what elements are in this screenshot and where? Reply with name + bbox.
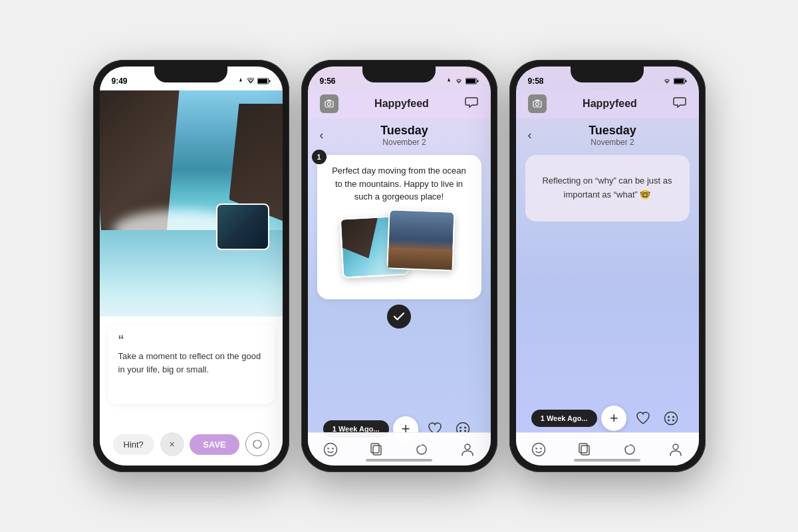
- quote-text-1: Take a moment to reflect on the good in …: [118, 350, 264, 376]
- svg-point-33: [540, 448, 541, 449]
- notch-1: [154, 66, 227, 82]
- svg-point-30: [672, 420, 674, 422]
- bottom-toolbar-3: 1 Week Ago... +: [516, 406, 699, 431]
- app-icon-2[interactable]: [320, 94, 338, 113]
- spiral-tab-icon-2: [415, 443, 428, 456]
- phone-2: 9:56 Happ: [301, 60, 497, 472]
- tab-person-2[interactable]: [453, 435, 482, 464]
- status-icons-3: [663, 78, 687, 84]
- entry-card-2: 1 Perfect day moving from the ocean to t…: [317, 155, 481, 299]
- wifi-icon-3: [663, 78, 671, 84]
- phone-3-inner: 9:58 Happyfeed: [516, 66, 699, 466]
- message-icon-2: [465, 96, 478, 108]
- status-icons-2: [446, 78, 479, 84]
- svg-point-28: [672, 416, 674, 418]
- bottom-actions-1: Hint? × SAVE: [100, 423, 283, 466]
- wifi-icon-1: [247, 78, 255, 84]
- svg-point-32: [535, 448, 537, 449]
- app-header-3: Happyfeed: [516, 90, 699, 118]
- quote-mark: “: [118, 334, 264, 346]
- add-button-3[interactable]: +: [601, 406, 626, 431]
- battery-icon-1: [257, 78, 271, 84]
- spiral-icon: [252, 439, 263, 450]
- check-button-2[interactable]: [387, 305, 411, 329]
- person-tab-icon-3: [669, 442, 682, 457]
- cancel-button-1[interactable]: ×: [160, 432, 184, 456]
- wifi-icon-2: [455, 78, 463, 84]
- save-button[interactable]: SAVE: [190, 434, 239, 455]
- svg-point-36: [673, 444, 678, 450]
- photo-overlay: [216, 203, 269, 250]
- status-time-3: 9:58: [528, 76, 544, 86]
- day-date-3: November 2: [539, 138, 687, 147]
- message-icon-3: [673, 96, 686, 108]
- svg-rect-25: [535, 100, 539, 101]
- entry-badge-2: 1: [312, 150, 327, 164]
- ocean-scene: [100, 90, 283, 317]
- hint-button[interactable]: Hint?: [113, 434, 154, 455]
- phone-3: 9:58 Happyfeed: [509, 60, 706, 472]
- svg-point-11: [464, 427, 466, 429]
- notch-3: [571, 66, 644, 82]
- day-name-3: Tuesday: [539, 124, 687, 138]
- svg-point-19: [465, 444, 470, 450]
- back-button-2[interactable]: ‹: [320, 128, 324, 142]
- battery-icon-2: [466, 78, 479, 84]
- svg-rect-5: [466, 79, 475, 83]
- home-indicator-2: [366, 459, 432, 462]
- svg-point-24: [535, 102, 539, 106]
- back-button-3[interactable]: ‹: [528, 128, 532, 142]
- smiley-button-3[interactable]: [659, 406, 683, 430]
- svg-rect-2: [258, 79, 267, 83]
- svg-point-10: [460, 427, 462, 429]
- quote-card-3: Reflecting on “why” can be just as impor…: [525, 155, 690, 221]
- tab-person-3[interactable]: [661, 435, 690, 464]
- svg-rect-8: [327, 100, 331, 101]
- heart-icon-3: [636, 412, 650, 425]
- photo-mountain[interactable]: [386, 209, 455, 271]
- quote-card-1: “ Take a moment to reflect on the good i…: [108, 325, 275, 404]
- svg-rect-21: [685, 80, 686, 82]
- time-ago-button-3[interactable]: 1 Week Ago...: [531, 410, 597, 427]
- svg-rect-22: [674, 79, 684, 83]
- day-date-2: November 2: [331, 138, 479, 147]
- checkmark-icon: [394, 313, 404, 321]
- day-name-2: Tuesday: [331, 124, 479, 138]
- copy-tab-icon-3: [578, 442, 591, 457]
- svg-rect-34: [581, 446, 589, 455]
- copy-tab-icon-2: [370, 442, 383, 457]
- svg-point-14: [324, 443, 336, 456]
- app-icon-3[interactable]: [528, 94, 547, 113]
- status-time-1: 9:49: [112, 76, 128, 86]
- location-icon-1: [237, 78, 244, 84]
- svg-point-16: [332, 448, 333, 449]
- notch-2: [362, 66, 436, 82]
- chat-icon-3[interactable]: [673, 96, 686, 112]
- svg-rect-17: [373, 446, 381, 455]
- app-title-2: Happyfeed: [374, 98, 429, 110]
- svg-point-31: [532, 443, 545, 456]
- spiral-button[interactable]: [245, 432, 269, 456]
- camera-icon-3: [533, 99, 542, 108]
- entry-photos-2: [328, 210, 471, 290]
- day-title-block-2: Tuesday November 2: [331, 124, 479, 147]
- phones-container: 9:49 “: [80, 47, 719, 485]
- person-tab-icon-2: [461, 442, 474, 457]
- phone2-background: 9:56 Happ: [308, 66, 491, 466]
- battery-icon-3: [674, 78, 687, 84]
- chat-icon-2[interactable]: [465, 96, 478, 112]
- app-header-2: Happyfeed: [308, 90, 491, 118]
- tab-emoji-2[interactable]: [316, 435, 345, 464]
- status-time-2: 9:56: [320, 76, 336, 86]
- svg-point-26: [665, 412, 678, 425]
- svg-rect-6: [325, 101, 333, 107]
- svg-rect-4: [477, 80, 478, 82]
- tab-emoji-3[interactable]: [524, 435, 553, 464]
- heart-button-3[interactable]: [631, 406, 655, 430]
- camera-icon-2: [325, 99, 334, 108]
- spiral-tab-icon-3: [623, 443, 636, 456]
- phone-1-inner: 9:49 “: [100, 66, 283, 466]
- phone-1: 9:49 “: [93, 60, 289, 472]
- svg-point-15: [327, 448, 329, 449]
- home-indicator-3: [574, 459, 640, 462]
